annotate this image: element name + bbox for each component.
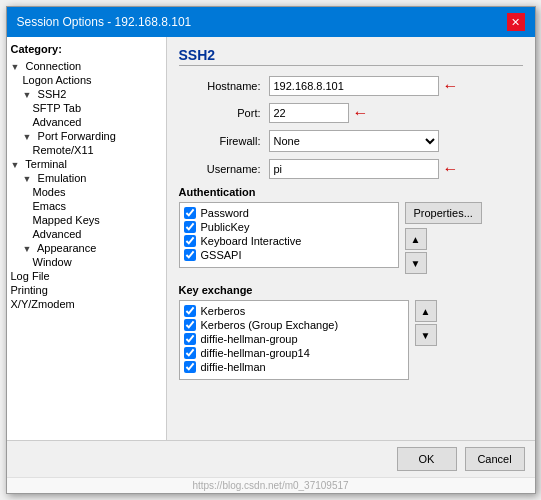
username-arrow-icon: ← — [443, 160, 459, 178]
auth-gssapi-label: GSSAPI — [201, 249, 242, 261]
dialog-title: Session Options - 192.168.8.101 — [17, 15, 192, 29]
kex-kerberos-group-label: Kerberos (Group Exchange) — [201, 319, 339, 331]
expand-icon-ssh2: ▼ — [23, 90, 35, 100]
terminal-group: ▼ Emulation Modes Emacs Mapped Keys Adva… — [23, 171, 162, 269]
sidebar-item-ssh2[interactable]: ▼ SSH2 — [23, 87, 162, 101]
sidebar-item-logon-actions[interactable]: Logon Actions — [23, 73, 162, 87]
kex-diffie-hellman-label: diffie-hellman — [201, 361, 266, 373]
kex-diffie-group-row: diffie-hellman-group — [184, 333, 404, 345]
section-title: SSH2 — [179, 47, 523, 66]
sidebar-item-window[interactable]: Window — [33, 255, 162, 269]
kex-with-scroll: Kerberos Kerberos (Group Exchange) diffi… — [179, 300, 523, 380]
kex-diffie-group-label: diffie-hellman-group — [201, 333, 298, 345]
sidebar-item-advanced-ssh[interactable]: Advanced — [33, 115, 162, 129]
sidebar-item-connection[interactable]: ▼ Connection — [11, 59, 162, 73]
kex-kerberos-label: Kerberos — [201, 305, 246, 317]
left-panel: Category: ▼ Connection Logon Actions ▼ S… — [7, 37, 167, 440]
sidebar-item-log-file[interactable]: Log File — [11, 269, 162, 283]
auth-label: Authentication — [179, 186, 523, 198]
auth-keyboard-row: Keyboard Interactive — [184, 235, 394, 247]
hostname-arrow-icon: ← — [443, 77, 459, 95]
sidebar-item-appearance[interactable]: ▼ Appearance — [23, 241, 162, 255]
sidebar-item-printing[interactable]: Printing — [11, 283, 162, 297]
port-input[interactable] — [269, 103, 349, 123]
auth-scroll-buttons: Properties... ▲ ▼ — [405, 202, 482, 276]
dialog-footer: OK Cancel — [7, 440, 535, 477]
hostname-label: Hostname: — [179, 80, 269, 92]
auth-scroll-up-button[interactable]: ▲ — [405, 228, 427, 250]
kex-scroll-down-button[interactable]: ▼ — [415, 324, 437, 346]
firewall-select[interactable]: None — [269, 130, 439, 152]
sidebar-item-advanced-term[interactable]: Advanced — [33, 227, 162, 241]
auth-keyboard-checkbox[interactable] — [184, 235, 196, 247]
category-label: Category: — [11, 43, 162, 55]
auth-publickey-checkbox[interactable] — [184, 221, 196, 233]
auth-publickey-label: PublicKey — [201, 221, 250, 233]
properties-button[interactable]: Properties... — [405, 202, 482, 224]
firewall-row: Firewall: None — [179, 130, 523, 152]
ok-button[interactable]: OK — [397, 447, 457, 471]
title-bar: Session Options - 192.168.8.101 ✕ — [7, 7, 535, 37]
sidebar-item-remote-x11[interactable]: Remote/X11 — [33, 143, 162, 157]
auth-scroll-down-button[interactable]: ▼ — [405, 252, 427, 274]
kex-kerberos-group-row: Kerberos (Group Exchange) — [184, 319, 404, 331]
username-label: Username: — [179, 163, 269, 175]
dialog-body: Category: ▼ Connection Logon Actions ▼ S… — [7, 37, 535, 440]
kex-diffie-group14-row: diffie-hellman-group14 — [184, 347, 404, 359]
watermark: https://blog.csdn.net/m0_37109517 — [7, 477, 535, 493]
sidebar-item-emacs[interactable]: Emacs — [33, 199, 162, 213]
auth-publickey-row: PublicKey — [184, 221, 394, 233]
kex-kerberos-row: Kerberos — [184, 305, 404, 317]
kex-diffie-group-checkbox[interactable] — [184, 333, 196, 345]
expand-icon-port-fwd: ▼ — [23, 132, 35, 142]
kex-box: Kerberos Kerberos (Group Exchange) diffi… — [179, 300, 409, 380]
auth-password-checkbox[interactable] — [184, 207, 196, 219]
expand-icon-connection: ▼ — [11, 62, 23, 72]
close-button[interactable]: ✕ — [507, 13, 525, 31]
session-options-dialog: Session Options - 192.168.8.101 ✕ Catego… — [6, 6, 536, 494]
expand-icon-terminal: ▼ — [11, 160, 23, 170]
cancel-button[interactable]: Cancel — [465, 447, 525, 471]
ssh2-group: SFTP Tab Advanced — [33, 101, 162, 129]
port-arrow-icon: ← — [353, 104, 369, 122]
auth-section: Authentication Password PublicKey — [179, 186, 523, 276]
appearance-group: Window — [33, 255, 162, 269]
connection-group: Logon Actions ▼ SSH2 SFTP Tab Advanced ▼… — [23, 73, 162, 157]
username-row: Username: ← — [179, 159, 523, 179]
auth-gssapi-row: GSSAPI — [184, 249, 394, 261]
auth-gssapi-checkbox[interactable] — [184, 249, 196, 261]
sidebar-item-xyz-zmodem[interactable]: X/Y/Zmodem — [11, 297, 162, 311]
kex-kerberos-checkbox[interactable] — [184, 305, 196, 317]
sidebar-item-emulation[interactable]: ▼ Emulation — [23, 171, 162, 185]
sidebar-item-terminal[interactable]: ▼ Terminal — [11, 157, 162, 171]
hostname-input[interactable] — [269, 76, 439, 96]
sidebar-item-modes[interactable]: Modes — [33, 185, 162, 199]
kex-diffie-hellman-row: diffie-hellman — [184, 361, 404, 373]
kex-scroll-buttons: ▲ ▼ — [415, 300, 437, 348]
kex-section: Key exchange Kerberos Kerberos (Group Ex… — [179, 284, 523, 380]
username-input[interactable] — [269, 159, 439, 179]
auth-keyboard-label: Keyboard Interactive — [201, 235, 302, 247]
sidebar-item-port-forwarding[interactable]: ▼ Port Forwarding — [23, 129, 162, 143]
auth-with-scroll: Password PublicKey Keyboard Interactive — [179, 202, 523, 276]
emulation-group: Modes Emacs Mapped Keys Advanced — [33, 185, 162, 241]
kex-scroll-up-button[interactable]: ▲ — [415, 300, 437, 322]
kex-label: Key exchange — [179, 284, 523, 296]
right-panel: SSH2 Hostname: ← Port: ← Firewall: None — [167, 37, 535, 440]
auth-password-row: Password — [184, 207, 394, 219]
port-label: Port: — [179, 107, 269, 119]
sidebar-item-mapped-keys[interactable]: Mapped Keys — [33, 213, 162, 227]
port-fwd-group: Remote/X11 — [33, 143, 162, 157]
kex-diffie-group14-label: diffie-hellman-group14 — [201, 347, 310, 359]
kex-kerberos-group-checkbox[interactable] — [184, 319, 196, 331]
expand-icon-emulation: ▼ — [23, 174, 35, 184]
auth-password-label: Password — [201, 207, 249, 219]
firewall-label: Firewall: — [179, 135, 269, 147]
kex-diffie-group14-checkbox[interactable] — [184, 347, 196, 359]
sidebar-item-sftp-tab[interactable]: SFTP Tab — [33, 101, 162, 115]
hostname-row: Hostname: ← — [179, 76, 523, 96]
auth-box: Password PublicKey Keyboard Interactive — [179, 202, 399, 268]
port-row: Port: ← — [179, 103, 523, 123]
kex-diffie-hellman-checkbox[interactable] — [184, 361, 196, 373]
expand-icon-appearance: ▼ — [23, 244, 35, 254]
